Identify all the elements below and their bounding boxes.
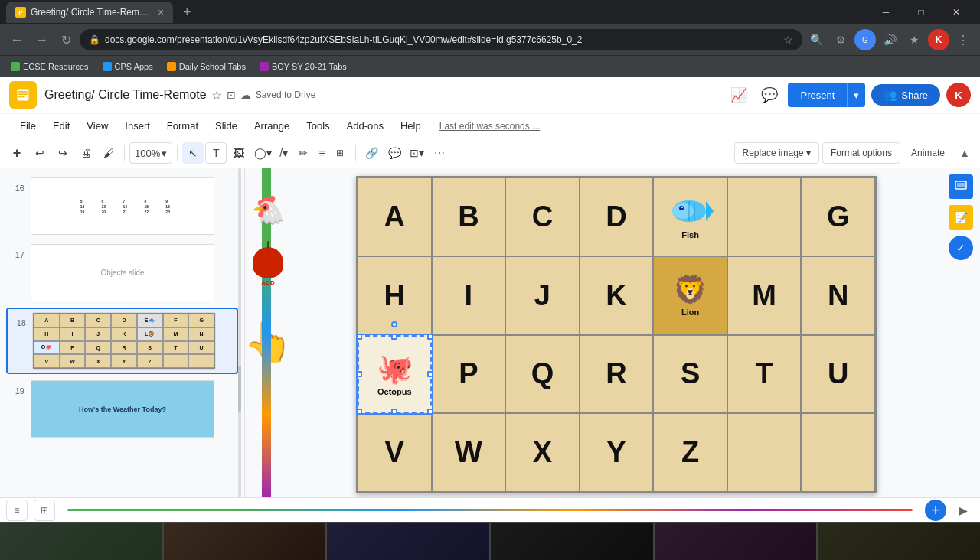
toolbar-separator-1 [124,145,125,161]
right-icon-2[interactable]: 📝 [949,205,973,230]
tab-title: Greeting/ Circle Time-Remote - ... [31,7,153,18]
bookmark-boy[interactable]: BOY SY 20-21 Tabs [255,60,351,73]
menu-view[interactable]: View [79,117,116,135]
slide-preview-17[interactable]: Objects slide [31,244,214,301]
print-button[interactable]: 🖨 [75,142,96,164]
title-icon-star[interactable]: ☆ [211,88,222,103]
slide-preview-16[interactable]: 56789 1213141516 1920212223 [31,177,214,235]
maximize-button[interactable]: □ [903,0,939,24]
title-icon-move[interactable]: ⊡ [227,89,236,101]
tab-close-icon[interactable]: × [158,6,164,18]
graph-icon[interactable]: 📈 [727,83,751,107]
redo-button[interactable]: ↪ [52,142,74,164]
slides-icon [955,181,967,193]
video-cell-1: 🔊 Kendayl Loesch 🎤 [0,523,164,560]
forward-button[interactable]: → [31,29,52,50]
shape-tool-button[interactable]: ◯▾ [251,142,275,164]
slide-num-16: 16 [9,184,24,193]
presentation-title[interactable]: Greeting/ Circle Time-Remote [44,88,207,102]
more-options-icon[interactable]: ⋮ [952,29,974,50]
reload-button[interactable]: ↻ [55,29,77,50]
cell-K: K [580,256,654,335]
rotation-handle[interactable] [391,321,397,327]
close-window-button[interactable]: ✕ [939,0,974,24]
new-tab-button[interactable]: + [176,2,198,23]
address-bar[interactable]: 🔒 docs.google.com/presentation/d/1vVsyEk… [80,29,802,50]
minimize-button[interactable]: ─ [868,0,903,24]
menu-help[interactable]: Help [393,117,429,135]
select-tool-button[interactable]: ↖ [182,142,204,164]
back-button[interactable]: ← [6,29,28,50]
crop-button[interactable]: ⊡▾ [407,142,427,164]
slide19-content: How's the Weather Today? [79,405,166,413]
cell-A: A [358,177,432,256]
animate-button[interactable]: Animate [903,142,952,164]
add-slide-button[interactable]: + [925,500,946,521]
zoom-dropdown[interactable]: 100% ▾ [129,142,172,164]
animate-label: Animate [911,148,945,158]
user-avatar[interactable]: K [946,83,971,107]
right-icon-3[interactable]: ✓ [949,236,973,260]
cell-M: M [727,256,802,335]
user-profile-icon[interactable]: K [928,29,949,50]
slide-preview-18[interactable]: A B C D E🐟 F G H I J K L🦁 M N [32,312,216,370]
link-button[interactable]: 🔗 [361,142,382,164]
slide-thumb-17[interactable]: 17 Objects slide [6,241,238,304]
comment-button[interactable]: 💬 [384,142,405,164]
cell-O-octopus[interactable]: 🐙 Octopus [358,335,432,414]
replace-image-button[interactable]: Replace image ▾ [734,142,819,164]
zoom-dropdown-icon: ▾ [162,148,167,159]
svg-rect-3 [18,96,24,98]
extension-icon-2[interactable]: G [854,29,876,50]
pen-tool-button[interactable]: ✏ [292,142,314,164]
right-icon-1[interactable] [949,174,973,199]
table-tool-button[interactable]: ⊞ [329,142,351,164]
browser-chrome: P Greeting/ Circle Time-Remote - ... × +… [0,0,980,77]
canvas-wrapper: 🐔 ADD 👆 A B C [245,168,980,497]
collapse-toolbar-button[interactable]: ▲ [956,144,974,162]
menu-format[interactable]: Format [159,117,206,135]
slide-preview-19[interactable]: How's the Weather Today? [31,380,214,438]
bookmark-cps[interactable]: CPS Apps [98,60,158,73]
menu-addons[interactable]: Add-ons [339,117,391,135]
bookmark-daily[interactable]: Daily School Tabs [162,60,250,73]
extension-icon-1[interactable]: ⚙ [830,29,851,50]
slide-canvas[interactable]: A B C D [356,176,877,493]
share-button[interactable]: 👥 Share [871,84,940,106]
scroll-bar[interactable] [238,168,241,497]
menu-slide[interactable]: Slide [207,117,245,135]
slide-thumb-18[interactable]: 18 A B C D E🐟 F G H I J K L🦁 [6,308,238,374]
slide-thumb-16[interactable]: 16 56789 1213141516 1920212223 [6,174,238,238]
search-icon[interactable]: 🔍 [805,29,827,50]
next-slide-button[interactable]: ▶ [952,500,974,521]
bookmark-star-icon[interactable]: ☆ [783,34,793,46]
bookmark-cps-icon [103,62,112,71]
menu-insert[interactable]: Insert [117,117,158,135]
paint-format-button[interactable]: 🖌 [98,142,119,164]
menu-arrange[interactable]: Arrange [247,117,297,135]
line-tool-button[interactable]: /▾ [276,142,291,164]
menu-edit[interactable]: Edit [45,117,77,135]
present-button[interactable]: Present ▾ [788,83,865,107]
last-edit-text[interactable]: Last edit was seconds ... [439,121,540,132]
undo-button[interactable]: ↩ [29,142,51,164]
word-art-button[interactable]: ≡ [315,142,328,164]
active-tab[interactable]: P Greeting/ Circle Time-Remote - ... × [6,2,173,23]
more-button[interactable]: ⋯ [429,142,450,164]
filmstrip-view-button[interactable]: ⊞ [34,500,55,521]
text-tool-button[interactable]: T [205,142,227,164]
add-element-button[interactable]: + [6,142,28,164]
extension-icon-4[interactable]: ★ [903,29,925,50]
comment-icon[interactable]: 💬 [757,83,782,107]
bottom-bar: ≡ ⊞ + ▶ [0,497,980,522]
slide-thumb-19[interactable]: 19 How's the Weather Today? [6,377,238,441]
image-tool-button[interactable]: 🖼 [228,142,250,164]
window-controls: ─ □ ✕ [868,0,974,24]
extension-icon-3[interactable]: 🔊 [879,29,900,50]
menu-file[interactable]: File [12,117,44,135]
present-dropdown-icon[interactable]: ▾ [847,83,865,107]
grid-view-button[interactable]: ≡ [6,500,28,521]
format-options-button[interactable]: Format options [822,142,900,164]
menu-tools[interactable]: Tools [299,117,337,135]
bookmark-ecse[interactable]: ECSE Resources [6,60,93,73]
